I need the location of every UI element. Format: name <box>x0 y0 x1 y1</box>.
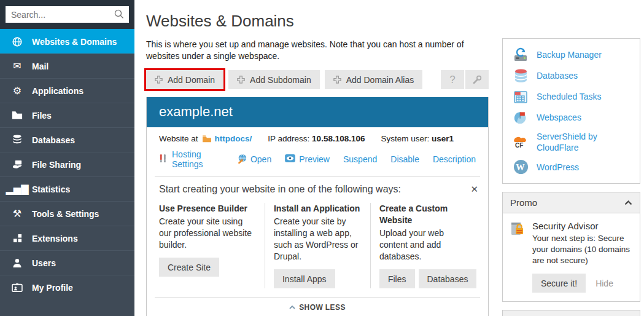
chevron-up-icon <box>289 306 295 309</box>
sidebar-item-label: My Profile <box>32 283 73 293</box>
bar-chart-icon: ▂▅▇ <box>10 184 24 194</box>
install-application-column: Install an Application Create your site … <box>265 203 370 288</box>
close-icon[interactable]: ✕ <box>470 184 478 195</box>
secure-it-button[interactable]: Secure it! <box>532 274 586 293</box>
toolbar: Add Domain Add Subdomain Add Domain Alia… <box>146 70 489 89</box>
promo-header[interactable]: Promo <box>503 192 640 213</box>
sidebar-item-label: Mail <box>32 61 48 71</box>
sidebar-nav: Websites & Domains ✉ Mail ⚙ Applications… <box>0 29 134 299</box>
servershield-link[interactable]: CF ServerShield by CloudFlare <box>503 128 640 156</box>
hide-link[interactable]: Hide <box>596 278 613 288</box>
databases-button[interactable]: Databases <box>419 269 477 288</box>
plus-icon <box>333 76 341 84</box>
ip-label: IP address: <box>268 134 309 143</box>
create-site-button[interactable]: Create Site <box>159 258 219 277</box>
sidebar-item-label: Applications <box>32 86 83 96</box>
folder-icon <box>10 111 24 120</box>
wordpress-link[interactable]: W WordPress <box>503 156 640 178</box>
security-advisor-icon <box>510 221 526 293</box>
custom-website-column: Create a Custom Website Upload your web … <box>370 203 476 288</box>
description-link[interactable]: Description <box>433 154 476 164</box>
server-tools-box: Backup Manager Databases <box>502 38 640 184</box>
extensions-icon <box>10 234 24 243</box>
sidebar-item-label: Statistics <box>32 184 70 194</box>
column-heading: Install an Application <box>274 203 362 215</box>
add-domain-alias-button[interactable]: Add Domain Alias <box>325 70 423 89</box>
svg-text:CF: CF <box>515 142 523 149</box>
sidebar-item-tools-settings[interactable]: ⚒ Tools & Settings <box>0 201 134 226</box>
wordpress-icon: W <box>513 159 529 175</box>
help-button[interactable]: ? <box>441 70 464 89</box>
svg-text:W: W <box>516 162 525 172</box>
sidebar-item-mail[interactable]: ✉ Mail <box>0 53 134 78</box>
add-subdomain-button[interactable]: Add Subdomain <box>228 70 320 89</box>
start-creating-title: Start creating your website in one of th… <box>159 184 476 195</box>
suspend-link[interactable]: Suspend <box>343 154 377 164</box>
sidebar-item-databases[interactable]: Databases <box>0 127 134 152</box>
domain-name-header[interactable]: example.net <box>147 97 488 127</box>
wrench-icon <box>471 74 483 85</box>
page-description: This is where you set up and manage webs… <box>146 39 470 62</box>
system-overview-header[interactable]: System Overview <box>503 310 640 316</box>
disable-link[interactable]: Disable <box>390 154 419 164</box>
domain-card: example.net Website at httpdocs/ IP addr… <box>146 97 489 316</box>
sidebar-item-websites-domains[interactable]: Websites & Domains <box>0 29 134 53</box>
search-icon[interactable] <box>114 9 125 22</box>
sidebar-item-label: Users <box>32 258 56 268</box>
folder-icon <box>202 135 212 143</box>
domain-info-row: Website at httpdocs/ IP address: 10.58.1… <box>147 127 488 143</box>
page-title: Websites & Domains <box>146 12 489 31</box>
preview-link[interactable]: Preview <box>299 154 330 164</box>
sidebar-item-label: File Sharing <box>32 160 81 170</box>
left-sidebar: Websites & Domains ✉ Mail ⚙ Applications… <box>0 0 134 316</box>
open-site-icon <box>237 154 247 165</box>
docroot-link[interactable]: httpdocs/ <box>215 134 252 143</box>
website-at-label: Website at <box>159 134 198 143</box>
sidebar-item-my-profile[interactable]: My Profile <box>0 275 134 299</box>
sidebar-item-statistics[interactable]: ▂▅▇ Statistics <box>0 176 134 201</box>
sidebar-item-extensions[interactable]: Extensions <box>0 226 134 250</box>
system-overview-panel: System Overview <box>502 310 640 316</box>
domain-actions-row: Hosting Settings Open <box>147 143 488 176</box>
promo-panel: Promo Security Advisor Your next step is… <box>502 192 640 302</box>
sidebar-item-file-sharing[interactable]: File Sharing <box>0 152 134 176</box>
databases-icon <box>513 68 529 83</box>
files-button[interactable]: Files <box>379 269 415 288</box>
search-input[interactable] <box>6 6 129 23</box>
system-user-label: System user: <box>381 134 429 143</box>
sidebar-item-label: Extensions <box>32 234 78 243</box>
plus-icon <box>155 76 163 84</box>
start-creating-section: Start creating your website in one of th… <box>147 177 488 297</box>
show-less-toggle[interactable]: SHOW LESS <box>147 298 488 316</box>
sidebar-item-files[interactable]: Files <box>0 103 134 127</box>
security-advisor-promo: Security Advisor Your next step is: Secu… <box>503 213 640 301</box>
security-advisor-title: Security Advisor <box>532 221 632 231</box>
databases-link[interactable]: Databases <box>503 65 640 86</box>
tools-icon: ⚒ <box>10 209 24 219</box>
chevron-up-icon <box>624 200 632 205</box>
hosting-settings-link[interactable]: Hosting Settings <box>172 149 223 169</box>
sidebar-item-users[interactable]: Users <box>0 250 134 275</box>
security-advisor-text: Your next step is: Secure your domains (… <box>532 233 632 266</box>
column-text: Create your site using our professional … <box>159 216 256 251</box>
database-icon <box>10 135 24 145</box>
search-area <box>0 0 134 29</box>
user-icon <box>10 258 24 268</box>
webspaces-link[interactable]: Webspaces <box>503 107 640 128</box>
sidebar-item-label: Files <box>32 111 52 120</box>
scheduled-tasks-link[interactable]: Scheduled Tasks <box>503 86 640 107</box>
settings-wrench-button[interactable] <box>465 70 489 89</box>
column-text: Upload your web content and add database… <box>379 227 467 263</box>
install-apps-button[interactable]: Install Apps <box>274 269 335 288</box>
backup-manager-icon <box>513 47 529 62</box>
share-hand-icon <box>10 160 24 170</box>
sidebar-item-label: Tools & Settings <box>32 209 99 219</box>
system-user-value: user1 <box>432 134 454 143</box>
backup-manager-link[interactable]: Backup Manager <box>503 44 640 65</box>
sidebar-item-label: Websites & Domains <box>32 37 117 47</box>
add-domain-button[interactable]: Add Domain <box>146 70 223 89</box>
sidebar-item-label: Databases <box>32 135 75 145</box>
main-content: Websites & Domains This is where you set… <box>146 0 489 316</box>
open-link[interactable]: Open <box>250 154 271 164</box>
sidebar-item-applications[interactable]: ⚙ Applications <box>0 78 134 103</box>
